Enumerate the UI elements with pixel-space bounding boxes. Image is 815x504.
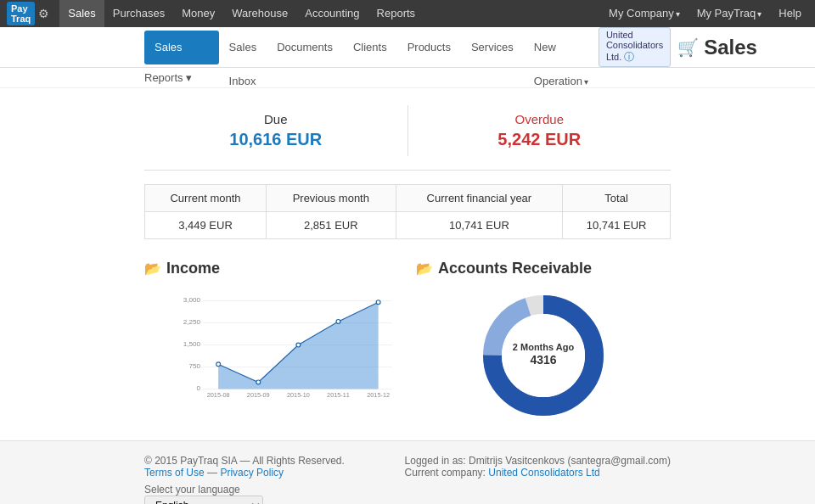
col-previous-month: Previous month xyxy=(267,185,396,212)
svg-text:2015-10: 2015-10 xyxy=(287,391,310,399)
svg-text:1,500: 1,500 xyxy=(183,340,201,348)
logo: PayTraq xyxy=(7,2,35,25)
col-financial-year: Current financial year xyxy=(396,185,563,212)
logged-in-text: Logged in as: Dmitrijs Vasitcenkovs (san… xyxy=(405,455,671,467)
due-amount: 10,616 EUR xyxy=(151,130,401,149)
top-navigation: PayTraq ⚙ Sales Purchases Money Warehous… xyxy=(0,0,815,27)
val-previous-month: 2,851 EUR xyxy=(267,212,396,239)
svg-text:750: 750 xyxy=(188,362,200,370)
subnav-sales-dashboard[interactable]: Sales Dashboard xyxy=(144,31,219,64)
reports-link[interactable]: Reports ▾ xyxy=(144,71,192,84)
footer: © 2015 PayTraq SIA — All Rights Reserved… xyxy=(0,440,815,504)
svg-text:2015-11: 2015-11 xyxy=(327,391,350,399)
folder-icon-ar: 📂 xyxy=(416,260,433,277)
data-point xyxy=(336,320,340,324)
subnav-services[interactable]: Services xyxy=(461,31,524,64)
income-chart-container: 3,000 2,250 1,500 750 0 xyxy=(144,288,399,423)
nav-money[interactable]: Money xyxy=(173,0,223,27)
folder-icon: 📂 xyxy=(144,260,161,277)
language-select-container: Select your language English xyxy=(144,484,345,504)
logo-area: PayTraq ⚙ xyxy=(7,2,53,25)
current-company-text: Current company: United Consolidators Lt… xyxy=(405,467,671,479)
cart-icon: 🛒 xyxy=(677,37,699,58)
subnav-documents[interactable]: Documents xyxy=(267,31,343,64)
copyright: © 2015 PayTraq SIA — All Rights Reserved… xyxy=(144,455,345,467)
svg-text:0: 0 xyxy=(196,384,200,392)
subnav-products[interactable]: Products xyxy=(397,31,461,64)
nav-reports[interactable]: Reports xyxy=(368,0,424,27)
sub-nav-links: Sales Dashboard Sales Inbox Documents Cl… xyxy=(144,31,599,64)
data-point xyxy=(296,343,301,347)
footer-right: Logged in as: Dmitrijs Vasitcenkovs (san… xyxy=(405,455,671,479)
sub-nav-left: Sales Dashboard Sales Inbox Documents Cl… xyxy=(144,31,599,64)
svg-text:2015-12: 2015-12 xyxy=(367,391,390,399)
income-chart-svg: 3,000 2,250 1,500 750 0 xyxy=(178,288,399,406)
donut-container: 2 Months Ago 4316 xyxy=(416,288,671,423)
my-company-link[interactable]: My Company▾ xyxy=(602,0,687,27)
page-title: 🛒 Sales xyxy=(677,36,757,59)
top-nav-links: Sales Purchases Money Warehouse Accounti… xyxy=(59,0,602,27)
footer-left: © 2015 PayTraq SIA — All Rights Reserved… xyxy=(144,455,345,504)
charts-section: 📂 Income 3,000 2,250 1,500 750 0 xyxy=(144,260,671,423)
ar-title: 📂 Accounts Receivable xyxy=(416,260,671,277)
due-overdue-section: Due 10,616 EUR Overdue 5,242 EUR xyxy=(144,105,671,171)
due-label: Due xyxy=(151,112,401,126)
footer-links: Terms of Use — Privacy Policy xyxy=(144,467,345,479)
donut-chart: 2 Months Ago 4316 xyxy=(475,288,611,423)
help-link[interactable]: Help xyxy=(772,0,808,27)
nav-accounting[interactable]: Accounting xyxy=(296,0,368,27)
privacy-link[interactable]: Privacy Policy xyxy=(220,467,284,479)
summary-table: Current month Previous month Current fin… xyxy=(144,184,671,239)
my-paytraq-link[interactable]: My PayTraq▾ xyxy=(690,0,769,27)
col-total: Total xyxy=(563,185,671,212)
overdue-label: Overdue xyxy=(415,112,665,126)
language-dropdown[interactable]: English xyxy=(144,496,263,504)
subnav-clients[interactable]: Clients xyxy=(343,31,397,64)
nav-purchases[interactable]: Purchases xyxy=(104,0,173,27)
terms-link[interactable]: Terms of Use xyxy=(144,467,205,479)
col-current-month: Current month xyxy=(145,185,267,212)
data-point xyxy=(256,380,261,384)
info-icon: ⓘ xyxy=(624,51,634,63)
table-row: 3,449 EUR 2,851 EUR 10,741 EUR 10,741 EU… xyxy=(145,212,671,239)
val-current-month: 3,449 EUR xyxy=(145,212,267,239)
svg-text:2015-08: 2015-08 xyxy=(207,391,230,399)
language-label: Select your language xyxy=(144,484,345,496)
sub-nav-right: United Consolidators Ltd. ⓘ 🛒 Sales xyxy=(599,27,757,67)
reports-row: Reports ▾ xyxy=(0,68,815,88)
svg-text:3,000: 3,000 xyxy=(183,296,201,304)
svg-text:2015-09: 2015-09 xyxy=(247,391,270,399)
nav-warehouse[interactable]: Warehouse xyxy=(223,0,296,27)
settings-icon: ⚙ xyxy=(38,7,49,20)
overdue-amount: 5,242 EUR xyxy=(415,130,665,149)
top-nav-right: My Company▾ My PayTraq▾ Help xyxy=(602,0,808,27)
current-company-link[interactable]: United Consolidators Ltd xyxy=(488,467,599,479)
subnav-sales-inbox[interactable]: Sales Inbox xyxy=(219,31,267,64)
sub-navigation: Sales Dashboard Sales Inbox Documents Cl… xyxy=(0,27,815,68)
donut-label: 2 Months Ago xyxy=(513,342,575,352)
footer-separator: — xyxy=(207,467,220,479)
due-column: Due 10,616 EUR xyxy=(144,105,408,156)
data-point xyxy=(216,362,221,367)
svg-text:2,250: 2,250 xyxy=(183,318,201,326)
income-title: 📂 Income xyxy=(144,260,399,277)
nav-sales[interactable]: Sales xyxy=(59,0,104,27)
val-total: 10,741 EUR xyxy=(563,212,671,239)
overdue-column: Overdue 5,242 EUR xyxy=(408,105,672,156)
val-financial-year: 10,741 EUR xyxy=(396,212,563,239)
company-badge: United Consolidators Ltd. ⓘ xyxy=(599,27,671,67)
donut-value: 4316 xyxy=(530,353,556,367)
data-point xyxy=(376,300,380,305)
main-content: Due 10,616 EUR Overdue 5,242 EUR Current… xyxy=(0,88,815,440)
subnav-new-operation[interactable]: New Operation▾ xyxy=(524,31,599,64)
income-chart-col: 📂 Income 3,000 2,250 1,500 750 0 xyxy=(144,260,399,423)
accounts-receivable-col: 📂 Accounts Receivable 2 Months Ago 431 xyxy=(416,260,671,423)
